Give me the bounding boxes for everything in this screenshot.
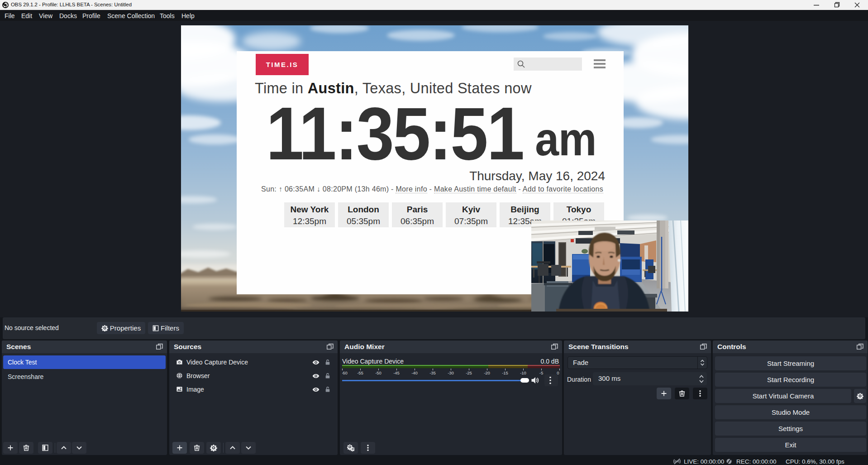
- svg-text:-5: -5: [539, 370, 543, 375]
- svg-text:-15: -15: [502, 370, 508, 375]
- svg-text:-60: -60: [342, 370, 348, 375]
- svg-text:-55: -55: [357, 370, 363, 375]
- svg-text:-10: -10: [520, 370, 526, 375]
- svg-text:0: 0: [557, 370, 559, 375]
- svg-text:-25: -25: [466, 370, 472, 375]
- svg-text:-40: -40: [411, 370, 418, 375]
- svg-text:-45: -45: [393, 370, 400, 375]
- svg-text:-50: -50: [375, 370, 382, 375]
- svg-text:-20: -20: [484, 370, 490, 375]
- svg-text:-30: -30: [448, 370, 454, 375]
- svg-text:-35: -35: [429, 370, 436, 375]
